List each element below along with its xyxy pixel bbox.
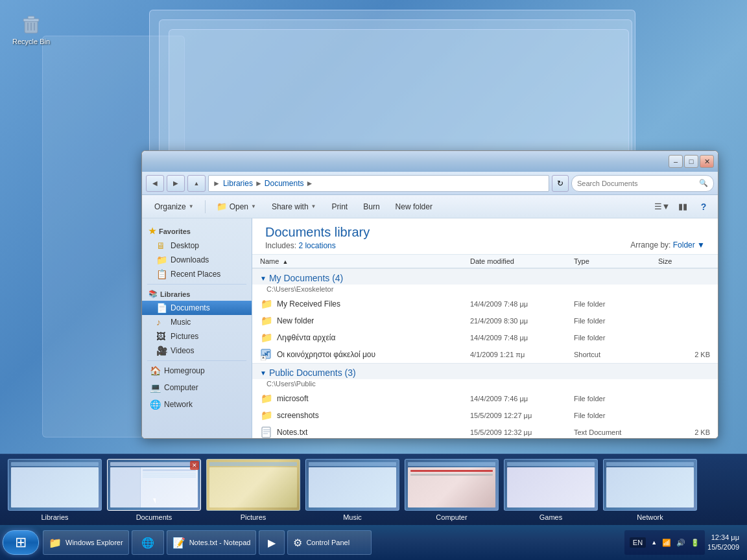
up-button[interactable]: ▲ [187,175,206,192]
file-type: File folder [574,395,658,402]
sidebar-item-music[interactable]: ♪ Music [142,315,252,329]
open-button[interactable]: 📁 Open ▼ [209,198,263,216]
burn-button[interactable]: Burn [356,198,386,216]
sidebar-libraries-title[interactable]: 📚 Libraries [142,287,252,301]
title-bar-controls: – □ ✕ [669,155,714,168]
sidebar-item-homegroup[interactable]: 🏠 Homegroup [142,364,252,378]
thumbnail-label-computer: Computer [436,513,467,521]
file-row[interactable]: Οι κοινόχρηστοι φάκελοί μου 4/1/2009 1:2… [252,346,718,363]
computer-icon: 💻 [150,382,160,393]
cursor-indicator [153,498,156,504]
thumbnail-pictures[interactable] [206,459,300,511]
file-date: 14/4/2009 7:48 μμ [470,300,574,308]
thumbnail-close-button[interactable]: ✕ [190,461,199,470]
col-header-type[interactable]: Type [574,257,658,265]
taskbar-item-explorer[interactable]: 📁 Windows Explorer [43,530,129,555]
file-row[interactable]: 📁 New folder 21/4/2009 8:30 μμ File fold… [252,312,718,329]
file-date: 15/5/2009 12:27 μμ [470,412,574,419]
breadcrumb[interactable]: ► Libraries ► Documents ► [208,175,549,192]
file-row[interactable]: 📁 My Received Files 14/4/2009 7:48 μμ Fi… [252,296,718,312]
thumbnail-label-network: Network [637,513,663,521]
back-button[interactable]: ◀ [146,175,164,192]
sidebar: ★ Favorites 🖥 Desktop 📁 Downloads 📋 Rece… [142,218,252,438]
group-path-my-docs: C:\Users\Exoskeletor [252,285,718,296]
sidebar-libraries: 📚 Libraries 📄 Documents ♪ Music 🖼 Pictur… [142,287,252,358]
taskbar-item-control-panel[interactable]: ⚙ Control Panel [287,530,372,555]
print-button[interactable]: Print [325,198,355,216]
sidebar-item-desktop[interactable]: 🖥 Desktop [142,239,252,253]
search-box[interactable]: 🔍 [571,175,714,192]
group-title-my-docs[interactable]: My Documents (4) [269,273,343,283]
search-input[interactable] [577,180,696,187]
sidebar-item-videos[interactable]: 🎥 Videos [142,344,252,358]
locations-link[interactable]: 2 locations [298,241,335,250]
arrange-by-bar: Arrange by: Folder ▼ [630,240,705,250]
group-my-documents: ▼ My Documents (4) [252,268,718,285]
clock-time: 12:34 μμ [707,533,739,542]
arrange-by-value[interactable]: Folder [673,240,695,250]
music-icon: ♪ [156,317,167,327]
file-name: Οι κοινόχρηστοι φάκελοί μου [277,350,470,359]
taskbar-item-notepad[interactable]: 📝 Notes.txt - Notepad [167,530,257,555]
network-icon: 🌐 [150,399,160,410]
arrange-dropdown-arrow[interactable]: ▼ [697,240,705,250]
recycle-bin[interactable]: Recycle Bin [12,12,51,45]
new-folder-button[interactable]: New folder [388,198,440,216]
thumbnail-music[interactable] [305,459,399,511]
file-row[interactable]: 📁 screenshots 15/5/2009 12:27 μμ File fo… [252,407,718,424]
sidebar-item-recent-places[interactable]: 📋 Recent Places [142,267,252,281]
sidebar-item-documents[interactable]: 📄 Documents [142,301,252,315]
start-button[interactable]: ⊞ [3,530,39,555]
system-clock[interactable]: 12:34 μμ 15/5/2009 [707,533,739,553]
group-path-public-docs: C:\Users\Public [252,379,718,390]
maximize-button[interactable]: □ [684,155,698,168]
sidebar-favorites-title[interactable]: ★ Favorites [142,224,252,239]
title-bar: – □ ✕ [142,151,718,172]
breadcrumb-arrow: ► [213,179,220,188]
thumbnail-games[interactable] [504,459,598,511]
file-date: 14/4/2009 7:46 μμ [470,395,574,402]
sidebar-divider-2 [147,360,246,361]
thumbnail-network[interactable] [603,459,697,511]
media-taskbar-icon: ▶ [268,537,276,549]
share-with-button[interactable]: Share with ▼ [265,198,324,216]
thumbnail-group-games: Games [504,459,598,521]
preview-pane-button[interactable]: ▮▮ [674,198,692,215]
downloads-icon: 📁 [156,255,167,265]
thumbnail-computer[interactable] [405,459,499,511]
breadcrumb-libraries[interactable]: Libraries [223,179,253,188]
group-title-public-docs[interactable]: Public Documents (3) [269,368,356,378]
close-button[interactable]: ✕ [700,155,714,168]
recent-places-icon: 📋 [156,269,167,279]
col-header-size[interactable]: Size [658,257,710,265]
refresh-button[interactable]: ↻ [552,175,569,192]
open-dropdown-arrow: ▼ [251,204,256,209]
minimize-button[interactable]: – [669,155,683,168]
view-options-button[interactable]: ☰▼ [653,198,671,215]
help-button[interactable]: ? [694,198,713,215]
group-expand-icon[interactable]: ▼ [260,275,267,282]
tray-arrow[interactable]: ▲ [651,539,657,546]
group-expand-icon-2[interactable]: ▼ [260,369,267,377]
documents-icon: 📄 [156,303,167,313]
organize-button[interactable]: Organize ▼ [147,198,201,216]
sidebar-item-downloads[interactable]: 📁 Downloads [142,253,252,267]
toolbar-right: ☰▼ ▮▮ ? [653,198,713,215]
thumbnail-label-games: Games [540,513,562,521]
sidebar-item-pictures[interactable]: 🖼 Pictures [142,329,252,344]
forward-button[interactable]: ▶ [167,175,185,192]
file-row[interactable]: Notes.txt 15/5/2009 12:32 μμ Text Docume… [252,424,718,438]
col-header-name[interactable]: Name ▲ [260,257,470,265]
thumbnail-documents[interactable]: ✕ [107,459,201,511]
thumbnail-bar: Libraries ✕ [0,454,747,525]
taskbar-item-ie[interactable]: 🌐 [132,530,164,555]
thumbnail-libraries[interactable] [8,459,102,511]
sidebar-item-computer[interactable]: 💻 Computer [142,380,252,395]
sidebar-item-network[interactable]: 🌐 Network [142,397,252,412]
file-row[interactable]: 📁 microsoft 14/4/2009 7:46 μμ File folde… [252,390,718,407]
breadcrumb-documents[interactable]: Documents [265,179,304,188]
file-row[interactable]: 📁 Ληφθέντα αρχεία 14/4/2009 7:48 μμ File… [252,329,718,346]
network-tray-icon: 📶 [662,539,671,547]
taskbar-item-media[interactable]: ▶ [259,530,285,555]
col-header-date[interactable]: Date modified [470,257,574,265]
